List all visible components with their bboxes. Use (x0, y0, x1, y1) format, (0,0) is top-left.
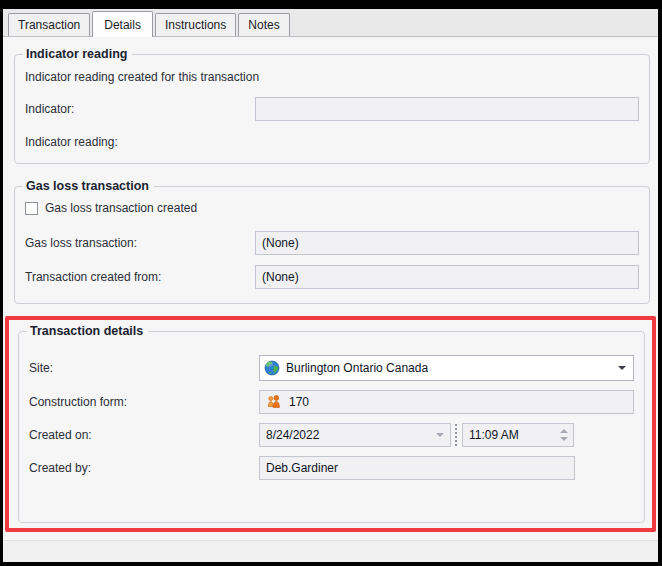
construction-form-value: 170 (289, 395, 309, 409)
site-dropdown-button[interactable] (614, 358, 630, 378)
gas-loss-transaction-field[interactable]: (None) (255, 231, 639, 255)
created-on-date-field[interactable]: 8/24/2022 (259, 423, 451, 447)
tab-instructions[interactable]: Instructions (155, 13, 236, 36)
bottom-strip (3, 540, 658, 562)
indicator-reading-label: Indicator reading: (23, 135, 255, 149)
transaction-created-from-label: Transaction created from: (23, 270, 255, 284)
site-row: Site: Burlingt (27, 355, 634, 381)
construction-form-field[interactable]: 170 (259, 390, 634, 414)
created-on-time-value: 11:09 AM (469, 428, 519, 442)
gas-loss-transaction-row: Gas loss transaction: (None) (23, 231, 639, 255)
site-label: Site: (27, 361, 259, 375)
created-on-row: Created on: 8/24/2022 11:09 AM (27, 423, 634, 447)
indicator-row: Indicator: (23, 97, 639, 121)
group-title: Transaction details (27, 324, 148, 339)
tab-notes[interactable]: Notes (238, 13, 289, 36)
created-on-date-value: 8/24/2022 (266, 428, 319, 442)
people-icon (266, 394, 282, 410)
created-by-row: Created by: Deb.Gardiner (27, 456, 634, 480)
created-on-time-field[interactable]: 11:09 AM (462, 423, 574, 447)
site-value: Burlington Ontario Canada (286, 361, 428, 375)
construction-form-label: Construction form: (27, 395, 259, 409)
created-by-label: Created by: (27, 461, 259, 475)
group-title: Indicator reading (23, 47, 132, 62)
chevron-down-icon[interactable] (436, 433, 444, 437)
site-combobox[interactable]: Burlington Ontario Canada (259, 355, 634, 381)
indicator-reading-row: Indicator reading: (23, 135, 639, 149)
tab-transaction[interactable]: Transaction (8, 13, 90, 36)
indicator-label: Indicator: (23, 102, 255, 116)
red-highlight-annotation: Transaction details Site: (5, 316, 656, 532)
indicator-field[interactable] (255, 97, 639, 121)
created-on-label: Created on: (27, 428, 259, 442)
gas-loss-created-row: Gas loss transaction created (25, 201, 639, 215)
tab-details[interactable]: Details (92, 11, 153, 37)
construction-form-row: Construction form: 170 (27, 390, 634, 414)
chevron-down-icon (618, 366, 626, 370)
group-indicator-reading: Indicator reading Indicator reading crea… (14, 54, 650, 164)
group-transaction-details: Transaction details Site: (18, 331, 645, 523)
gas-loss-created-label: Gas loss transaction created (45, 201, 197, 215)
details-tab-page: Transaction Details Instructions Notes I… (3, 9, 658, 562)
gas-loss-created-checkbox[interactable] (25, 202, 38, 215)
tab-bar: Transaction Details Instructions Notes (3, 9, 658, 37)
screenshot-frame: Transaction Details Instructions Notes I… (0, 0, 662, 566)
created-by-field[interactable]: Deb.Gardiner (259, 456, 575, 480)
group-title: Gas loss transaction (23, 179, 154, 194)
transaction-created-from-field[interactable]: (None) (255, 265, 639, 289)
gas-loss-transaction-label: Gas loss transaction: (23, 236, 255, 250)
globe-icon (264, 360, 280, 376)
up-down-spinner-icon[interactable] (558, 429, 570, 441)
indicator-reading-description: Indicator reading created for this trans… (25, 69, 639, 85)
tab-content: Indicator reading Indicator reading crea… (3, 37, 658, 562)
date-time-splitter (455, 424, 459, 446)
group-gas-loss-transaction: Gas loss transaction Gas loss transactio… (14, 186, 650, 304)
transaction-created-from-row: Transaction created from: (None) (23, 265, 639, 289)
